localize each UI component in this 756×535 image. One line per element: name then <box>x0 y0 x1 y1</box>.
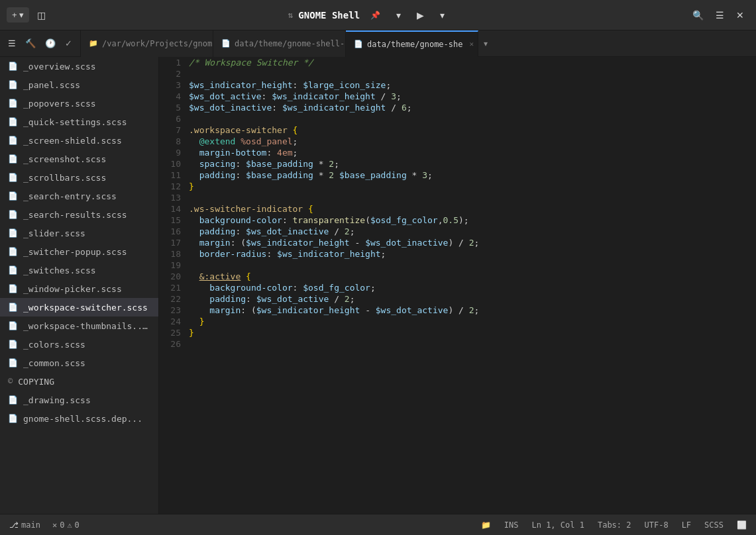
file-item-quick-settings[interactable]: 📄 _quick-settings.scss <box>0 113 158 131</box>
file-item-switches[interactable]: 📄 _switches.scss <box>0 261 158 279</box>
menu-button[interactable]: ☰ <box>710 7 729 23</box>
tab-1-label: /var/work/Projects/gnome- <box>102 39 213 48</box>
code-line-9: 9 margin-bottom: 4em; <box>159 147 756 158</box>
line-num-26: 26 <box>159 338 189 350</box>
line-num-4: 4 <box>159 91 189 102</box>
editor-scroll[interactable]: 1 /* Workspace Switcher */ 2 3 $ws_indic… <box>159 57 756 514</box>
tab-3[interactable]: 📄 data/theme/gnome-she ✕ <box>346 30 478 57</box>
code-line-15: 15 background-color: transparentize($osd… <box>159 215 756 226</box>
line-ending-item[interactable]: LF <box>679 519 694 531</box>
warnings-count: 0 <box>75 520 80 530</box>
code-line-3: 3 $ws_indicator_height: $large_icon_size… <box>159 79 756 91</box>
line-num-8: 8 <box>159 136 189 147</box>
branch-item[interactable]: ⎇ main <box>7 519 43 531</box>
layout-button[interactable]: ◫ <box>32 7 51 23</box>
file-item-workspace-switcher[interactable]: 📄 _workspace-switcher.scss <box>0 298 158 316</box>
pin-button[interactable]: 📌 <box>365 8 386 23</box>
file-item-popovers[interactable]: 📄 _popovers.scss <box>0 94 158 113</box>
file-item-switcher-popup[interactable]: 📄 _switcher-popup.scss <box>0 242 158 261</box>
file-item-scrollbars[interactable]: 📄 _scrollbars.scss <box>0 168 158 187</box>
line-content-12: } <box>189 181 756 192</box>
new-tab-button[interactable]: + ▾ <box>7 7 29 23</box>
file-icon: 📄 <box>8 210 18 219</box>
file-item-colors[interactable]: 📄 _colors.scss <box>0 335 158 354</box>
file-item-search-entry[interactable]: 📄 _search-entry.scss <box>0 187 158 205</box>
code-line-7: 7 .workspace-switcher { <box>159 124 756 136</box>
code-line-11: 11 padding: $base_padding * 2 $base_padd… <box>159 170 756 181</box>
line-num-12: 12 <box>159 181 189 192</box>
line-content-22: padding: $ws_dot_active / 2; <box>189 293 756 305</box>
folder-icon: 📁 <box>481 520 491 530</box>
tabs-container: 📁 /var/work/Projects/gnome- 📄 data/theme… <box>81 30 756 57</box>
play-dropdown-button[interactable]: ▾ <box>435 7 450 23</box>
copyright-icon: © <box>8 377 13 386</box>
tab-2[interactable]: 📄 data/theme/gnome-shell-s <box>213 30 346 57</box>
file-item-screenshot[interactable]: 📄 _screenshot.scss <box>0 150 158 168</box>
line-content-17: margin: ($ws_indicator_height - $ws_dot_… <box>189 237 756 248</box>
tab-2-label: data/theme/gnome-shell-s <box>235 39 346 48</box>
plus-icon: + <box>12 10 17 20</box>
file-item-workspace-thumbnails[interactable]: 📄 _workspace-thumbnails.... <box>0 316 158 335</box>
file-item-screen-shield[interactable]: 📄 _screen-shield.scss <box>0 131 158 150</box>
code-line-1: 1 /* Workspace Switcher */ <box>159 57 756 68</box>
line-content-3: $ws_indicator_height: $large_icon_size; <box>189 79 756 91</box>
tab-overflow-button[interactable]: ▾ <box>478 36 493 51</box>
line-num-5: 5 <box>159 102 189 113</box>
file-item-copying[interactable]: © COPYING <box>0 372 158 391</box>
line-num-10: 10 <box>159 158 189 170</box>
language-label: SCSS <box>704 520 724 530</box>
file-icon: 📄 <box>8 228 18 238</box>
file-icon: 📄 <box>8 395 18 405</box>
build-button[interactable]: 🔨 <box>21 36 40 51</box>
play-button[interactable]: ▶ <box>411 7 429 23</box>
tab-1[interactable]: 📁 /var/work/Projects/gnome- <box>81 30 213 57</box>
history-button[interactable]: 🕐 <box>41 36 60 51</box>
layout-icon: ◫ <box>37 10 46 21</box>
folder-item[interactable]: 📁 <box>478 519 494 531</box>
file-item-common[interactable]: 📄 _common.scss <box>0 354 158 372</box>
code-line-18: 18 border-radius: $ws_indicator_height; <box>159 248 756 260</box>
file-name: _quick-settings.scss <box>23 117 127 127</box>
file-icon: 📄 <box>8 136 18 145</box>
position-item[interactable]: Ln 1, Col 1 <box>529 519 586 531</box>
search-button[interactable]: 🔍 <box>687 7 709 23</box>
close-button[interactable]: ✕ <box>731 7 749 23</box>
file-item-gnome-shell-dep[interactable]: 📄 gnome-shell.scss.dep... <box>0 409 158 428</box>
tab-3-icon: 📄 <box>354 40 363 48</box>
errors-item[interactable]: ✕ 0 ⚠ 0 <box>50 519 82 531</box>
language-item[interactable]: SCSS <box>702 519 726 531</box>
code-line-24: 24 } <box>159 316 756 327</box>
line-num-7: 7 <box>159 124 189 136</box>
file-item-drawing[interactable]: 📄 _drawing.scss <box>0 391 158 409</box>
check-button[interactable]: ✓ <box>61 36 76 51</box>
mode-item[interactable]: INS <box>502 519 521 531</box>
tab-3-close[interactable]: ✕ <box>470 40 474 48</box>
file-item-overview[interactable]: 📄 _overview.scss <box>0 57 158 75</box>
tab-3-label: data/theme/gnome-she <box>367 40 463 49</box>
code-line-23: 23 margin: ($ws_indicator_height - $ws_d… <box>159 305 756 316</box>
file-name: _slider.scss <box>23 228 85 238</box>
file-icon: 📄 <box>8 62 18 71</box>
line-content-20: &:active { <box>189 271 756 282</box>
title-dropdown-button[interactable]: ▾ <box>391 7 406 23</box>
line-content-10: spacing: $base_padding * 2; <box>189 158 756 170</box>
view-list-button[interactable]: ☰ <box>4 36 20 51</box>
file-item-window-picker[interactable]: 📄 _window-picker.scss <box>0 279 158 298</box>
file-name: gnome-shell.scss.dep... <box>23 414 142 424</box>
screen-item[interactable]: ⬜ <box>734 519 749 531</box>
title-bar-left: + ▾ ◫ <box>7 7 51 23</box>
code-line-19: 19 <box>159 260 756 271</box>
tabs-item[interactable]: Tabs: 2 <box>595 519 634 531</box>
file-item-search-results[interactable]: 📄 _search-results.scss <box>0 205 158 224</box>
file-name: _drawing.scss <box>23 395 91 405</box>
line-content-16: padding: $ws_dot_inactive / 2; <box>189 226 756 237</box>
code-line-26: 26 <box>159 338 756 350</box>
file-name: _screenshot.scss <box>23 154 106 164</box>
file-item-panel[interactable]: 📄 _panel.scss <box>0 75 158 94</box>
file-item-slider[interactable]: 📄 _slider.scss <box>0 224 158 242</box>
file-name: _switcher-popup.scss <box>23 247 127 257</box>
file-name: _panel.scss <box>23 80 80 90</box>
encoding-item[interactable]: UTF-8 <box>642 519 671 531</box>
line-content-19 <box>189 260 756 271</box>
file-icon: 📄 <box>8 247 18 256</box>
